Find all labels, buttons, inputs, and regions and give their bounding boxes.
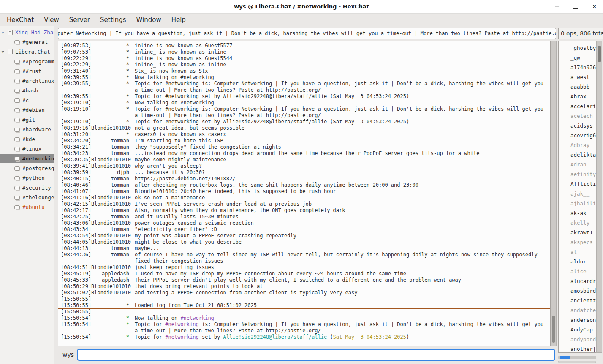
channel-item-c[interactable]: #c xyxy=(0,95,54,105)
channel-item-programming[interactable]: ##programming xyxy=(0,57,54,66)
server-item-XingHaiZhan[interactable]: ▽Xing-Hai-Zhan xyxy=(0,27,54,37)
maximize-button[interactable] xyxy=(573,4,578,10)
user-item[interactable]: alice xyxy=(559,266,596,276)
chat-scrollbar-thumb[interactable] xyxy=(552,316,555,343)
user-item[interactable]: acidsys xyxy=(559,121,596,130)
chat-row: [15:50:54]*Now talking on #networking xyxy=(58,315,550,321)
nick: * xyxy=(91,315,132,321)
tree-label: #thelounge xyxy=(22,194,54,201)
user-item[interactable]: ancientz xyxy=(559,296,596,305)
message-text: ok so not a maintenance xyxy=(132,195,550,201)
tree-label: Libera.Chat xyxy=(15,49,50,55)
user-item[interactable]: aldur xyxy=(559,257,596,266)
user-item[interactable]: Afflictio xyxy=(559,179,596,189)
channel-item-archlinux[interactable]: #archlinux xyxy=(0,76,54,86)
menu-settings[interactable]: Settings xyxy=(95,14,131,26)
user-item[interactable]: another| xyxy=(559,344,596,353)
channel-item-debian[interactable]: #debian xyxy=(0,105,54,115)
userlist-hscrollbar-secondary[interactable] xyxy=(558,361,596,363)
message-text: Now talking on #networking xyxy=(132,100,550,106)
chat-row: [15:50:55]*Loaded log from Tue Oct 21 08… xyxy=(58,302,550,309)
timestamp: [08:43:06] xyxy=(61,220,91,226)
channel-item-general[interactable]: #general xyxy=(0,37,54,47)
channel-item-git[interactable]: #git xyxy=(0,115,54,125)
menu-server[interactable]: Server xyxy=(64,14,95,26)
user-item[interactable]: aaabbb xyxy=(559,82,596,92)
user-item[interactable]: acovrig60 xyxy=(559,130,596,140)
message-input[interactable] xyxy=(77,349,555,361)
user-item[interactable]: aefinity xyxy=(559,169,596,179)
timestamp: [08:43:34] xyxy=(61,226,91,233)
chat-row: [09:07:53]*inline is now known as Guest5… xyxy=(58,43,550,49)
userlist-scrollbar-thumb[interactable] xyxy=(598,46,601,62)
close-button[interactable]: ✕ xyxy=(592,4,597,10)
channel-icon xyxy=(14,147,20,151)
user-item[interactable]: akrawt1 xyxy=(559,228,596,237)
channel-item-postgresql[interactable]: #postgresql xyxy=(0,163,54,173)
user-item[interactable]: Abrax xyxy=(559,92,596,101)
user-item[interactable]: alucardro xyxy=(559,276,596,286)
menu-hexchat[interactable]: HexChat xyxy=(2,14,39,26)
nick: Blondie101010 xyxy=(91,195,132,201)
menu-help[interactable]: Help xyxy=(166,14,191,26)
menu-window[interactable]: Window xyxy=(131,14,166,26)
nick: * xyxy=(91,81,132,93)
expander-icon[interactable]: ▽ xyxy=(2,50,8,54)
user-item[interactable]: Adran xyxy=(559,160,596,169)
nick: appledash xyxy=(91,271,132,277)
expander-icon[interactable]: ▽ xyxy=(2,30,8,35)
chat-scrollbar[interactable] xyxy=(551,41,557,346)
menubar: HexChatViewServerSettingsWindowHelp xyxy=(0,14,603,26)
user-item[interactable]: ak-ak xyxy=(559,208,596,218)
user-item[interactable]: adeliktas xyxy=(559,150,596,160)
channel-item-rust[interactable]: ##rust xyxy=(0,66,54,76)
user-item[interactable]: acetech_ xyxy=(559,111,596,121)
user-item[interactable]: a174n936 xyxy=(559,62,596,72)
user-item[interactable]: _ghostbyt xyxy=(559,43,596,53)
user-item[interactable]: al xyxy=(559,247,596,257)
channel-item-hardware[interactable]: #hardware xyxy=(0,125,54,134)
user-item[interactable]: ajak__ xyxy=(559,189,596,198)
user-item[interactable]: ajhalili2 xyxy=(559,198,596,208)
chat-row: [08:45:19]appledashI used to have my ISP… xyxy=(58,271,550,277)
message-text: caxerx0 is now known as caxerx xyxy=(132,131,550,138)
user-item[interactable]: andatche xyxy=(559,305,596,315)
user-item[interactable]: amosbird xyxy=(559,286,596,296)
nick: * xyxy=(91,321,132,334)
tree-label: #ubuntu xyxy=(22,204,45,210)
userlist-scrollbar[interactable] xyxy=(596,41,602,353)
nick: tomman xyxy=(91,252,132,264)
userlist-hscrollbar-thumb[interactable] xyxy=(560,356,570,359)
topic-bar[interactable]: puter Networking | If you have a questio… xyxy=(58,28,556,39)
timestamp: [08:34:20] xyxy=(61,138,91,144)
user-item[interactable]: akelly xyxy=(559,218,596,228)
chat-row: [08:19:10]*Topic for #networking set by … xyxy=(58,119,550,125)
channel-item-linux[interactable]: #linux xyxy=(0,144,54,154)
channel-item-thelounge[interactable]: #thelounge xyxy=(0,193,54,202)
nick: tomman xyxy=(91,182,132,188)
timestamp: [08:41:07] xyxy=(61,188,91,195)
channel-item-bash[interactable]: #bash xyxy=(0,86,54,95)
user-item[interactable]: a_west_ xyxy=(559,72,596,82)
chat-row: [09:22:29]*inline is now known as Guest5… xyxy=(58,55,550,62)
user-item[interactable]: akspecs xyxy=(559,237,596,247)
user-item[interactable]: andypandy xyxy=(559,334,596,344)
user-item[interactable]: _qw xyxy=(559,53,596,62)
userlist-hscrollbar[interactable] xyxy=(558,356,596,359)
channel-item-ubuntu[interactable]: #ubuntu xyxy=(0,202,54,212)
chat-row: [08:39:59]djph... because it's 20:30? xyxy=(58,169,550,176)
user-item[interactable]: accelario xyxy=(559,101,596,111)
user-item[interactable]: AndyCap xyxy=(559,325,596,334)
timestamp: [08:39:59] xyxy=(61,169,91,176)
channel-item-networking[interactable]: #networking xyxy=(0,154,54,163)
minimize-button[interactable]: − xyxy=(554,4,560,10)
server-item-LiberaChat[interactable]: ▽Libera.Chat xyxy=(0,47,54,57)
channel-item-kde[interactable]: #kde xyxy=(0,134,54,144)
timestamp: [08:45:33] xyxy=(61,277,91,283)
channel-item-security[interactable]: #security xyxy=(0,183,54,193)
user-item[interactable]: Adbray xyxy=(559,140,596,150)
message-text: maybe... xyxy=(132,245,550,252)
menu-view[interactable]: View xyxy=(39,14,64,26)
user-item[interactable]: anderson xyxy=(559,315,596,325)
channel-item-python[interactable]: #python xyxy=(0,173,54,183)
